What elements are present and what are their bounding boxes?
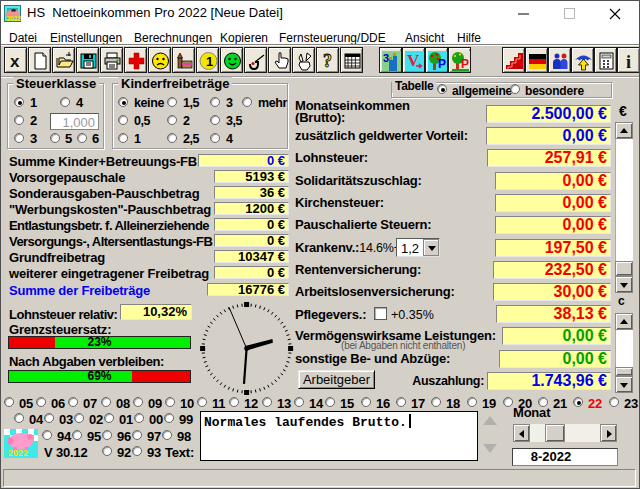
- svg-text:x: x: [10, 52, 20, 71]
- svg-text:?: ?: [323, 51, 332, 71]
- svg-text:1: 1: [206, 54, 213, 69]
- svg-text:3: 3: [383, 52, 389, 64]
- svg-text:V: V: [407, 51, 420, 70]
- svg-text:2022: 2022: [7, 15, 22, 22]
- svg-text:i: i: [626, 52, 631, 72]
- svg-text:P: P: [461, 57, 469, 71]
- svg-text:2022: 2022: [8, 448, 28, 458]
- svg-text:P: P: [438, 57, 446, 71]
